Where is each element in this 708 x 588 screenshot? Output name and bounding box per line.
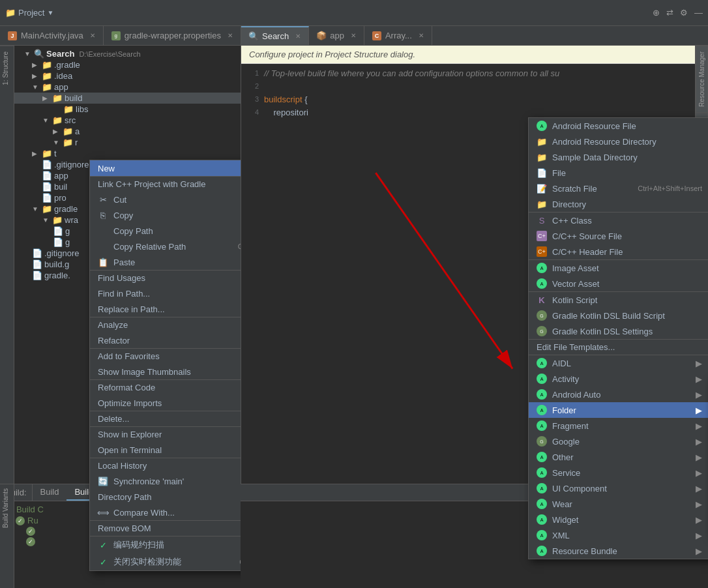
new-image-asset[interactable]: A Image Asset bbox=[529, 259, 708, 276]
menu-item-reformat[interactable]: Reformat Code Ctrl+Alt+L bbox=[90, 379, 241, 395]
menu-item-optimize[interactable]: Optimize Imports Ctrl+Alt+O bbox=[90, 395, 241, 411]
new-android-auto[interactable]: A Android Auto ▶ bbox=[529, 387, 708, 402]
menu-item-link-cpp[interactable]: Link C++ Project with Gradle bbox=[90, 176, 241, 192]
new-ui-component[interactable]: A UI Component ▶ bbox=[529, 480, 708, 496]
tree-item-idea[interactable]: ▶ 📁 .idea bbox=[14, 70, 241, 81]
new-fragment[interactable]: A Fragment ▶ bbox=[529, 418, 708, 434]
gradle-file-icon: 📄 bbox=[42, 182, 52, 192]
new-cpp-source[interactable]: C+ C/C++ Source File bbox=[529, 228, 708, 244]
new-vector-asset[interactable]: A Vector Asset bbox=[529, 276, 708, 291]
new-edit-templates[interactable]: Edit File Templates... bbox=[529, 339, 708, 355]
menu-item-delete[interactable]: Delete... Delete bbox=[90, 411, 241, 426]
menu-item-code-scan[interactable]: ✓ 编码规约扫描 bbox=[90, 536, 241, 553]
tab-close-icon[interactable]: ✕ bbox=[90, 32, 95, 39]
tree-item-a[interactable]: ▶ 📁 a bbox=[14, 126, 241, 137]
tab-search[interactable]: 🔍 Search ✕ bbox=[241, 26, 309, 45]
menu-label: Find in Path... bbox=[98, 289, 150, 299]
menu-item-local-history[interactable]: Local History ▶ bbox=[90, 458, 241, 473]
tab-main-activity[interactable]: J MainActivity.java ✕ bbox=[0, 26, 104, 45]
gradle-file-icon: 📄 bbox=[53, 237, 63, 247]
tab-close-icon[interactable]: ✕ bbox=[351, 32, 356, 39]
menu-item-compare-with[interactable]: ⟺ Compare With... Ctrl+D bbox=[90, 505, 241, 520]
menu-item-open-terminal[interactable]: Open in Terminal bbox=[90, 442, 241, 458]
tab-gradle-wrapper[interactable]: g gradle-wrapper.properties ✕ bbox=[104, 26, 241, 45]
new-cpp-header[interactable]: C+ C/C++ Header File bbox=[529, 244, 708, 259]
minimize-icon[interactable]: — bbox=[694, 8, 703, 18]
new-scratch-file[interactable]: 📝 Scratch File Ctrl+Alt+Shift+Insert bbox=[529, 181, 708, 196]
menu-item-add-favorites[interactable]: Add to Favorites ▶ bbox=[90, 348, 241, 364]
folder-icon: 📁 bbox=[42, 82, 52, 92]
menu-item-find-usages[interactable]: Find Usages Alt+F7 bbox=[90, 270, 241, 286]
menu-item-analyze[interactable]: Analyze ▶ bbox=[90, 317, 241, 332]
resource-manager-tab[interactable]: Resource Manager bbox=[696, 46, 708, 113]
new-wear[interactable]: A Wear ▶ bbox=[529, 496, 708, 512]
menu-label: Gradle Kotlin DSL Settings bbox=[552, 327, 653, 336]
tree-item-r[interactable]: ▼ 📁 r bbox=[14, 137, 241, 148]
new-sample-data-dir[interactable]: 📁 Sample Data Directory bbox=[529, 149, 708, 165]
new-folder[interactable]: A Folder ▶ bbox=[529, 402, 708, 418]
compass-icon[interactable]: ⊕ bbox=[653, 8, 660, 18]
submenu-arrow: ▶ bbox=[696, 359, 702, 368]
menu-item-directory-path[interactable]: Directory Path Ctrl+Alt+F12 bbox=[90, 489, 241, 505]
new-gradle-kotlin-settings[interactable]: G Gradle Kotlin DSL Settings bbox=[529, 323, 708, 339]
titlebar: 📁 Project ▼ ⊕ ⇄ ⚙ — bbox=[0, 0, 708, 26]
menu-item-refactor[interactable]: Refactor ▶ bbox=[90, 332, 241, 348]
menu-label: Sample Data Directory bbox=[552, 153, 638, 162]
new-other[interactable]: A Other ▶ bbox=[529, 449, 708, 465]
project-selector[interactable]: 📁 Project ▼ bbox=[5, 8, 53, 18]
menu-item-show-thumbnails[interactable]: Show Image Thumbnails Ctrl+Shift+T bbox=[90, 364, 241, 379]
new-activity[interactable]: A Activity ▶ bbox=[529, 371, 708, 387]
tab-close-icon[interactable]: ✕ bbox=[228, 32, 233, 39]
menu-item-synchronize[interactable]: 🔄 Synchronize 'main' bbox=[90, 473, 241, 489]
structure-tab[interactable]: 1: Structure bbox=[0, 46, 14, 91]
menu-item-copy-path[interactable]: Copy Path Ctrl+Shift+C bbox=[90, 223, 241, 239]
tab-array[interactable]: C Array... ✕ bbox=[364, 26, 432, 45]
menu-item-paste[interactable]: 📋 Paste Ctrl+V bbox=[90, 254, 241, 270]
android-icon: A bbox=[537, 374, 547, 384]
new-directory[interactable]: 📁 Directory bbox=[529, 196, 708, 212]
menu-item-copy-relative-path[interactable]: Copy Relative Path Ctrl+Alt+Shift+C bbox=[90, 239, 241, 254]
android-icon: A bbox=[537, 405, 547, 415]
tree-item-gradle[interactable]: ▶ 📁 .gradle bbox=[14, 59, 241, 70]
new-resource-bundle[interactable]: A Resource Bundle ▶ bbox=[529, 543, 708, 559]
new-android-resource-file[interactable]: A Android Resource File bbox=[529, 118, 708, 134]
new-aidl[interactable]: A AIDL ▶ bbox=[529, 355, 708, 371]
tree-item-build[interactable]: ▶ 📁 build bbox=[14, 93, 241, 104]
new-google[interactable]: G Google ▶ bbox=[529, 434, 708, 449]
new-cpp-class[interactable]: S C++ Class bbox=[529, 212, 708, 228]
tree-item-app[interactable]: ▼ 📁 app bbox=[14, 81, 241, 93]
menu-item-find-in-path[interactable]: Find in Path... Ctrl+Shift+F bbox=[90, 286, 241, 301]
menu-item-copy[interactable]: ⎘ Copy Ctrl+C bbox=[90, 207, 241, 223]
tab-close-icon[interactable]: ✕ bbox=[295, 33, 301, 40]
new-gradle-kotlin-dsl[interactable]: G Gradle Kotlin DSL Build Script bbox=[529, 308, 708, 323]
menu-label: Resource Bundle bbox=[552, 546, 617, 556]
tree-root[interactable]: ▼ 🔍 Search D:\Exercise\Search bbox=[14, 48, 241, 59]
build-variants-tab[interactable]: Build Variants bbox=[0, 484, 14, 532]
new-service[interactable]: A Service ▶ bbox=[529, 465, 708, 480]
tree-root-label: Search bbox=[46, 49, 74, 59]
menu-item-close-realtime[interactable]: ✓ 关闭实时检测功能 Ctrl+Alt+Shift+J bbox=[90, 553, 241, 570]
tree-item-libs[interactable]: 📁 libs bbox=[14, 104, 241, 115]
new-widget[interactable]: A Widget ▶ bbox=[529, 512, 708, 527]
tab-build[interactable]: Build bbox=[33, 484, 67, 501]
new-xml[interactable]: A XML ▶ bbox=[529, 527, 708, 543]
menu-item-show-explorer[interactable]: Show in Explorer bbox=[90, 426, 241, 442]
tree-item-src[interactable]: ▼ 📁 src bbox=[14, 115, 241, 126]
new-file[interactable]: 📄 File bbox=[529, 165, 708, 181]
menu-item-new[interactable]: New ▶ bbox=[90, 160, 241, 176]
new-kotlin-script[interactable]: K Kotlin Script bbox=[529, 291, 708, 308]
new-android-resource-dir[interactable]: 📁 Android Resource Directory bbox=[529, 134, 708, 149]
tree-item-t[interactable]: ▶ 📁 t bbox=[14, 148, 241, 159]
tab-app[interactable]: 📦 app ✕ bbox=[309, 26, 364, 45]
menu-item-remove-bom[interactable]: Remove BOM bbox=[90, 520, 241, 536]
gear-icon[interactable]: ⚙ bbox=[680, 8, 688, 18]
menu-label: Kotlin Script bbox=[552, 295, 597, 305]
gradle-icon: G bbox=[537, 310, 547, 321]
menu-item-replace-in-path[interactable]: Replace in Path... Ctrl+Shift+R bbox=[90, 301, 241, 317]
tab-label: MainActivity.java bbox=[21, 31, 83, 40]
code-editor[interactable]: 1 // Top-level build file where you can … bbox=[241, 64, 708, 121]
tree-label: libs bbox=[76, 104, 89, 114]
split-icon[interactable]: ⇄ bbox=[666, 8, 673, 18]
menu-item-cut[interactable]: ✂ Cut Ctrl+X bbox=[90, 192, 241, 207]
tab-close-icon[interactable]: ✕ bbox=[419, 32, 424, 39]
